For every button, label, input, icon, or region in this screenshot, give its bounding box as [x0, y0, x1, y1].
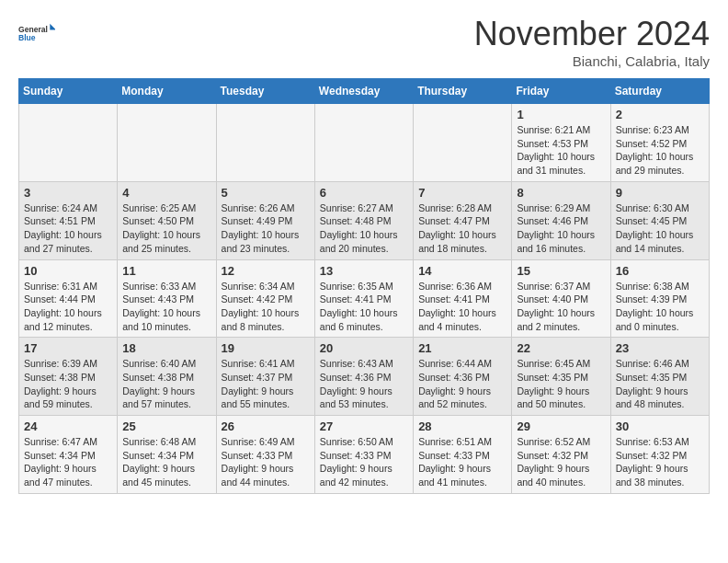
day-info-line: Sunset: 4:35 PM — [517, 371, 605, 385]
calendar-cell: 5Sunrise: 6:26 AMSunset: 4:49 PMDaylight… — [216, 181, 314, 259]
weekday-monday: Monday — [118, 79, 216, 104]
day-info-line: Sunrise: 6:29 AM — [517, 201, 605, 215]
day-info-line: Sunrise: 6:30 AM — [616, 201, 704, 215]
calendar-cell: 13Sunrise: 6:35 AMSunset: 4:41 PMDayligh… — [314, 259, 413, 338]
day-number: 1 — [517, 108, 605, 121]
day-info: Sunrise: 6:43 AMSunset: 4:36 PMDaylight:… — [320, 357, 408, 411]
day-info-line: Sunrise: 6:46 AM — [616, 357, 704, 371]
day-info-line: Sunset: 4:33 PM — [320, 449, 408, 463]
day-info-line: Daylight: 10 hours — [122, 228, 210, 242]
day-info: Sunrise: 6:26 AMSunset: 4:49 PMDaylight:… — [222, 201, 310, 256]
day-info-line: Daylight: 9 hours — [24, 462, 112, 476]
day-info-line: Daylight: 9 hours — [122, 385, 210, 398]
day-info-line: Daylight: 10 hours — [616, 150, 704, 164]
day-info-line: Sunset: 4:45 PM — [616, 214, 704, 228]
calendar-cell: 17Sunrise: 6:39 AMSunset: 4:38 PMDayligh… — [19, 338, 118, 416]
calendar-cell: 27Sunrise: 6:50 AMSunset: 4:33 PMDayligh… — [314, 416, 413, 494]
day-number: 12 — [222, 264, 310, 278]
day-info-line: Daylight: 9 hours — [517, 462, 605, 476]
day-info-line: Sunrise: 6:48 AM — [122, 435, 210, 449]
day-info-line: and 45 minutes. — [122, 476, 210, 489]
day-info: Sunrise: 6:49 AMSunset: 4:33 PMDaylight:… — [222, 435, 310, 489]
day-info-line: Sunset: 4:34 PM — [24, 449, 112, 463]
day-info-line: Sunrise: 6:35 AM — [320, 280, 408, 293]
day-info-line: and 2 minutes. — [517, 320, 605, 334]
calendar-cell: 15Sunrise: 6:37 AMSunset: 4:40 PMDayligh… — [512, 259, 610, 338]
day-info-line: and 59 minutes. — [24, 397, 112, 411]
day-info: Sunrise: 6:34 AMSunset: 4:42 PMDaylight:… — [222, 280, 310, 334]
day-number: 26 — [222, 419, 310, 433]
week-row-1: 1Sunrise: 6:21 AMSunset: 4:53 PMDaylight… — [19, 104, 710, 182]
day-info-line: Sunrise: 6:25 AM — [122, 201, 210, 215]
day-info: Sunrise: 6:41 AMSunset: 4:37 PMDaylight:… — [222, 357, 310, 411]
day-info-line: Sunrise: 6:34 AM — [222, 280, 310, 293]
day-number: 23 — [616, 341, 704, 355]
day-info: Sunrise: 6:51 AMSunset: 4:33 PMDaylight:… — [418, 435, 506, 489]
day-number: 24 — [24, 419, 112, 433]
weekday-wednesday: Wednesday — [314, 79, 413, 104]
calendar-cell: 28Sunrise: 6:51 AMSunset: 4:33 PMDayligh… — [414, 416, 512, 494]
day-info-line: Sunrise: 6:43 AM — [320, 357, 408, 371]
day-info-line: Daylight: 10 hours — [320, 306, 408, 320]
day-info: Sunrise: 6:50 AMSunset: 4:33 PMDaylight:… — [320, 435, 408, 489]
day-info-line: Sunset: 4:41 PM — [418, 293, 506, 306]
day-info: Sunrise: 6:33 AMSunset: 4:43 PMDaylight:… — [122, 280, 210, 334]
day-info-line: Sunrise: 6:45 AM — [517, 357, 605, 371]
day-number: 29 — [517, 419, 605, 433]
day-number: 17 — [24, 341, 112, 355]
calendar-cell — [118, 104, 216, 182]
day-info-line: Daylight: 10 hours — [517, 306, 605, 320]
day-info: Sunrise: 6:28 AMSunset: 4:47 PMDaylight:… — [418, 201, 506, 256]
day-info: Sunrise: 6:27 AMSunset: 4:48 PMDaylight:… — [320, 201, 408, 256]
day-number: 22 — [517, 341, 605, 355]
day-info: Sunrise: 6:25 AMSunset: 4:50 PMDaylight:… — [122, 201, 210, 256]
day-info: Sunrise: 6:24 AMSunset: 4:51 PMDaylight:… — [24, 201, 112, 256]
day-info-line: Sunrise: 6:51 AM — [418, 435, 506, 449]
day-info: Sunrise: 6:23 AMSunset: 4:52 PMDaylight:… — [616, 123, 704, 178]
day-info-line: Sunrise: 6:21 AM — [517, 123, 605, 137]
day-info-line: Daylight: 10 hours — [418, 306, 506, 320]
calendar-cell: 24Sunrise: 6:47 AMSunset: 4:34 PMDayligh… — [19, 416, 118, 494]
calendar-cell: 16Sunrise: 6:38 AMSunset: 4:39 PMDayligh… — [610, 259, 709, 338]
calendar-cell: 21Sunrise: 6:44 AMSunset: 4:36 PMDayligh… — [414, 338, 512, 416]
day-info-line: Sunrise: 6:31 AM — [24, 280, 112, 293]
day-info-line: Sunset: 4:36 PM — [320, 371, 408, 385]
day-info: Sunrise: 6:29 AMSunset: 4:46 PMDaylight:… — [517, 201, 605, 256]
day-info-line: Sunset: 4:38 PM — [24, 371, 112, 385]
day-info-line: and 4 minutes. — [418, 320, 506, 334]
day-info-line: Sunrise: 6:52 AM — [517, 435, 605, 449]
day-info-line: Daylight: 9 hours — [320, 462, 408, 476]
day-info-line: and 42 minutes. — [320, 476, 408, 489]
calendar-cell: 22Sunrise: 6:45 AMSunset: 4:35 PMDayligh… — [512, 338, 610, 416]
svg-text:Blue: Blue — [18, 33, 36, 42]
calendar-cell: 9Sunrise: 6:30 AMSunset: 4:45 PMDaylight… — [610, 181, 709, 259]
day-info-line: Sunset: 4:39 PM — [616, 293, 704, 306]
logo-svg: General Blue — [18, 15, 55, 52]
day-info-line: Daylight: 9 hours — [24, 385, 112, 398]
day-info: Sunrise: 6:31 AMSunset: 4:44 PMDaylight:… — [24, 280, 112, 334]
day-info-line: and 23 minutes. — [222, 242, 310, 256]
day-number: 28 — [418, 419, 506, 433]
calendar-cell: 3Sunrise: 6:24 AMSunset: 4:51 PMDaylight… — [19, 181, 118, 259]
day-info-line: Sunset: 4:35 PM — [616, 371, 704, 385]
day-number: 2 — [616, 108, 704, 121]
calendar-cell — [216, 104, 314, 182]
day-info-line: Sunrise: 6:39 AM — [24, 357, 112, 371]
day-info-line: Sunset: 4:41 PM — [320, 293, 408, 306]
day-number: 6 — [320, 186, 408, 200]
day-info-line: Daylight: 10 hours — [616, 228, 704, 242]
day-info-line: and 48 minutes. — [616, 397, 704, 411]
day-info: Sunrise: 6:38 AMSunset: 4:39 PMDaylight:… — [616, 280, 704, 334]
day-number: 18 — [122, 341, 210, 355]
day-info-line: Sunset: 4:48 PM — [320, 214, 408, 228]
day-number: 20 — [320, 341, 408, 355]
day-number: 25 — [122, 419, 210, 433]
day-info-line: Daylight: 10 hours — [616, 306, 704, 320]
day-info-line: Sunrise: 6:49 AM — [222, 435, 310, 449]
day-info-line: Daylight: 9 hours — [616, 385, 704, 398]
day-info-line: and 18 minutes. — [418, 242, 506, 256]
day-info-line: Sunset: 4:38 PM — [122, 371, 210, 385]
calendar-cell: 23Sunrise: 6:46 AMSunset: 4:35 PMDayligh… — [610, 338, 709, 416]
week-row-5: 24Sunrise: 6:47 AMSunset: 4:34 PMDayligh… — [19, 416, 710, 494]
day-info-line: Sunset: 4:42 PM — [222, 293, 310, 306]
